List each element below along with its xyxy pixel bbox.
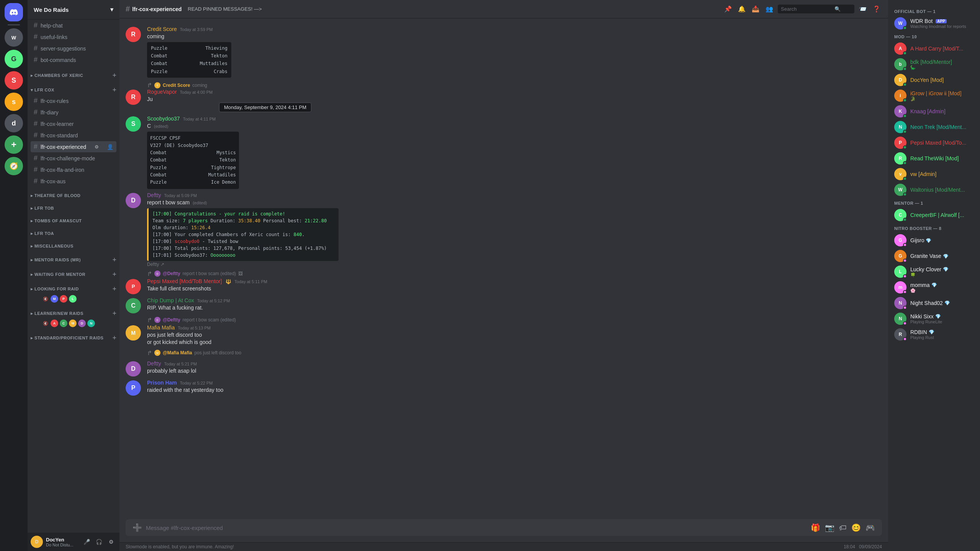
server-explore[interactable]: 🧭 [5, 157, 23, 175]
avatar[interactable]: C [126, 298, 141, 313]
pin-icon[interactable]: 📌 [723, 4, 733, 15]
mute-button[interactable]: 🎤 [81, 536, 92, 547]
member-momma[interactable]: m momma 💎 🌸 [891, 280, 977, 295]
avatar[interactable]: R [126, 27, 141, 42]
message-author[interactable]: Chip Dump | At Cox [147, 297, 194, 303]
search-input[interactable] [781, 6, 834, 12]
avatar[interactable]: S [126, 116, 141, 132]
category-mentor[interactable]: ▸ MENTOR RAIDS (MR) + [28, 250, 119, 265]
channel-lfr-cox-ffa-and-iron[interactable]: # lfr-cox-ffa-and-iron [31, 164, 116, 175]
server-wdr[interactable]: W [5, 28, 23, 47]
add-channel-button[interactable]: + [112, 285, 116, 292]
category-chambers[interactable]: ▸ CHAMBERS OF XERIC + [28, 66, 119, 80]
add-channel-button[interactable]: + [112, 72, 116, 79]
avatar[interactable]: M [126, 325, 141, 341]
member-creeperBF[interactable]: C CreeperBF | Alrwolf [... [891, 207, 977, 223]
message-author[interactable]: Scoobydoo37 [147, 116, 180, 122]
server-add[interactable]: + [5, 135, 23, 154]
channel-server-suggestions[interactable]: # server-suggestions [31, 43, 116, 54]
member-bdk[interactable]: b bdk [Mod/Mentor] 🦕 [891, 57, 977, 72]
category-learner[interactable]: ▸ LEARNER/NEW RAIDS + [28, 304, 119, 318]
search-bar[interactable]: 🔍 [778, 5, 854, 13]
category-toa[interactable]: ▸ TOMBS OF AMASCUT [28, 212, 119, 225]
server-s4[interactable]: s [5, 93, 23, 111]
server-s3[interactable]: S [5, 71, 23, 90]
member-readwiki[interactable]: R Read TheWiki [Mod] [891, 151, 977, 166]
member-nikkisixx[interactable]: N Nikki Sixx 💎 Playing RuneLite [891, 311, 977, 326]
add-member-icon[interactable]: 👤 [107, 144, 113, 150]
category-lfr-toa[interactable]: ▸ LFR TOA [28, 225, 119, 238]
gif-button[interactable]: 📷 [824, 522, 835, 533]
channel-help-chat[interactable]: # help-chat [31, 20, 116, 31]
channel-lfr-cox-learner[interactable]: # lfr-cox-learner [31, 118, 116, 129]
category-waiting[interactable]: ▸ WAITING FOR MENTOR + [28, 265, 119, 279]
member-hardcarry[interactable]: A A Hard Carry [Mod/T... [891, 41, 977, 56]
add-channel-button[interactable]: + [112, 256, 116, 263]
add-channel-button[interactable]: + [112, 310, 116, 317]
category-standard[interactable]: ▸ STANDARD/PROFICIENT RAIDS + [28, 328, 119, 343]
channel-lfr-cox-challenge-mode[interactable]: # lfr-cox-challenge-mode [31, 153, 116, 164]
message-author[interactable]: RogueVapor [147, 89, 177, 95]
member-vw[interactable]: v vw [Admin] [891, 166, 977, 182]
message-author[interactable]: Deftty [147, 192, 161, 198]
deafen-button[interactable]: 🎧 [93, 536, 104, 547]
channel-lfr-cox-rules[interactable]: # lfr-cox-rules [31, 95, 116, 106]
server-s2[interactable]: G [5, 50, 23, 68]
member-granite[interactable]: G Granite Vase 💎 [891, 248, 977, 264]
add-channel-button[interactable]: + [112, 271, 116, 278]
member-docyen[interactable]: D DocYen [Mod] [891, 72, 977, 88]
inbox-btn[interactable]: 📨 [857, 4, 868, 15]
help-icon[interactable]: ❓ [871, 4, 882, 15]
category-lfr-looking[interactable]: ▸ LOOKING FOR RAID + [28, 279, 119, 294]
member-wdr-bot[interactable]: W WDR Bot APP Watching lmodmail for repo… [891, 16, 977, 31]
message-author[interactable]: Mafia Mafia [147, 324, 175, 331]
avatar[interactable]: P [126, 380, 141, 396]
emoji-button[interactable]: 😊 [851, 522, 862, 533]
settings-icon[interactable]: ⚙ [95, 144, 99, 150]
settings-button[interactable]: ⚙ [106, 536, 116, 547]
sticker-button[interactable]: 🏷 [838, 522, 847, 533]
channel-bot-commands[interactable]: # bot-commands [31, 54, 116, 65]
member-gijsro[interactable]: G Gijsro 💎 [891, 233, 977, 248]
add-file-button[interactable]: ➕ [132, 522, 143, 533]
activity-button[interactable]: 🎮 [865, 522, 876, 533]
message-author[interactable]: Prison Ham [147, 380, 177, 386]
member-luckyclover[interactable]: L Lucky Clover 💎 🍀 [891, 264, 977, 279]
avatar[interactable]: D [31, 536, 43, 548]
bell-icon[interactable]: 🔔 [736, 4, 747, 15]
channel-useful-links[interactable]: # useful-links [31, 31, 116, 42]
member-knaag[interactable]: K Knaag [Admin] [891, 104, 977, 119]
avatar[interactable]: D [126, 193, 141, 208]
pinned-messages-button[interactable]: READ PINNED MESSAGES! —> [185, 5, 265, 13]
category-misc[interactable]: ▸ MISCELLANEOUS [28, 238, 119, 250]
member-rdbin[interactable]: R RDBIN 💎 Playing Rust [891, 327, 977, 342]
voice-channel-lfr[interactable]: 🔇 M P L [31, 294, 116, 303]
category-lfr-tob[interactable]: ▸ LFR TOB [28, 200, 119, 212]
members-icon[interactable]: 👥 [764, 4, 775, 15]
message-author[interactable]: Pepsi Maxed [Mod/ToB Mentor] [147, 278, 222, 284]
member-nightshad[interactable]: N Night Shad02 💎 [891, 295, 977, 311]
inbox-icon[interactable]: 📥 [750, 4, 761, 15]
channel-lfr-cox-aus[interactable]: # lfr-cox-aus [31, 176, 116, 187]
message-input[interactable] [146, 525, 807, 531]
channel-lfr-diary[interactable]: # lfr-diary [31, 107, 116, 118]
add-channel-button[interactable]: + [112, 334, 116, 341]
avatar[interactable]: D [126, 361, 141, 377]
gift-button[interactable]: 🎁 [810, 522, 821, 533]
member-igrow[interactable]: i iGrow | iGrow ii [Mod] 🐊 [891, 88, 977, 103]
category-lfr-cox[interactable]: ▾ LFR COX + [28, 80, 119, 95]
server-discord-home[interactable] [5, 3, 23, 21]
category-tob[interactable]: ▸ THEATRE OF BLOOD [28, 187, 119, 200]
member-pepsi[interactable]: P Pepsi Maxed [Mod/To... [891, 135, 977, 150]
message-author[interactable]: Deftty [147, 360, 161, 367]
channel-lfr-cox-experienced[interactable]: # lfr-cox-experienced ⚙ 👤 [31, 141, 116, 152]
channel-lfr-cox-standard[interactable]: # lfr-cox-standard [31, 130, 116, 141]
avatar[interactable]: R [126, 90, 141, 105]
message-author[interactable]: Credit Score [147, 26, 177, 32]
server-header[interactable]: We Do Raids ▾ [28, 0, 119, 20]
member-neontrek[interactable]: N Neon Trek [Mod/Ment... [891, 119, 977, 135]
server-s5[interactable]: d [5, 114, 23, 132]
member-waltonius[interactable]: W Waltonius [Mod/Ment... [891, 182, 977, 197]
add-channel-button[interactable]: + [112, 86, 116, 93]
avatar[interactable]: P [126, 279, 141, 294]
